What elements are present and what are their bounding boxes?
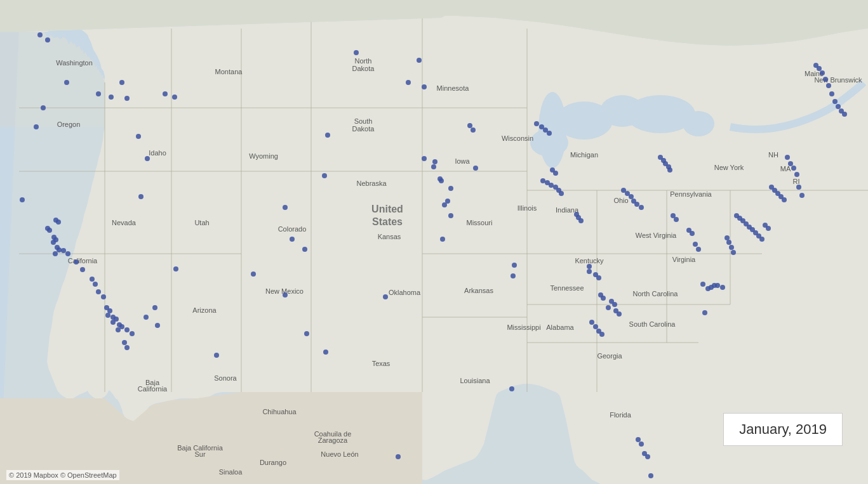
data-dot <box>440 237 445 242</box>
data-dot <box>553 171 558 176</box>
data-dot <box>101 294 106 299</box>
data-dot <box>20 197 25 202</box>
data-dot <box>34 124 39 129</box>
data-dot <box>549 183 554 188</box>
data-dot <box>302 247 307 252</box>
data-dot <box>172 95 177 100</box>
data-dot <box>785 155 790 160</box>
data-dot <box>559 191 564 196</box>
data-dot <box>832 99 838 104</box>
data-dot <box>417 58 422 63</box>
data-dot <box>547 131 552 136</box>
data-dot <box>325 133 330 138</box>
data-dot <box>534 121 539 126</box>
data-dot <box>422 84 427 89</box>
data-dot <box>422 156 427 161</box>
data-dot <box>124 96 130 101</box>
data-dot <box>74 259 79 265</box>
data-dot <box>599 332 604 337</box>
data-dot <box>56 219 61 225</box>
data-dot <box>251 271 256 277</box>
data-dot <box>65 251 70 256</box>
data-dot <box>354 50 359 55</box>
data-dot <box>724 235 730 240</box>
data-dot <box>290 237 295 242</box>
data-dot <box>109 95 114 100</box>
data-dot <box>759 237 765 242</box>
data-dot <box>124 345 130 350</box>
data-dot <box>396 454 401 459</box>
data-dot <box>823 77 828 82</box>
data-dot <box>589 320 594 325</box>
attribution: © 2019 Mapbox © OpenStreetMap <box>6 470 119 480</box>
data-dot <box>674 217 679 222</box>
data-dot <box>702 310 707 315</box>
svg-point-25 <box>683 111 714 136</box>
data-dot <box>720 285 725 290</box>
data-dot <box>648 473 653 478</box>
data-dot <box>601 296 606 301</box>
data-dot <box>323 350 328 355</box>
data-dot <box>214 353 219 358</box>
data-dot <box>690 231 695 236</box>
data-dot <box>53 251 58 256</box>
data-dot <box>105 313 110 318</box>
data-dot <box>511 273 516 278</box>
data-dot <box>817 66 822 71</box>
data-dot <box>80 267 85 272</box>
data-dot <box>596 275 601 280</box>
data-dot <box>45 37 50 43</box>
data-dot <box>696 247 701 252</box>
data-dot <box>612 302 617 307</box>
map-container: Washington Oregon California Nevada Idah… <box>0 0 868 484</box>
data-dot <box>442 202 447 207</box>
data-dot <box>93 282 98 287</box>
data-dot <box>587 269 592 274</box>
data-dot <box>136 134 141 139</box>
data-dot <box>124 327 130 332</box>
data-dot <box>639 205 644 210</box>
data-dot <box>540 178 545 183</box>
date-label: January, 2019 <box>723 413 843 446</box>
data-dot <box>119 80 124 85</box>
svg-point-27 <box>538 92 566 168</box>
data-dot <box>47 228 52 233</box>
data-dot <box>51 240 56 245</box>
data-dot <box>766 226 771 231</box>
data-dot <box>467 123 472 128</box>
data-dot <box>116 327 121 332</box>
data-dot <box>636 437 641 442</box>
data-dot <box>634 202 639 207</box>
data-dot <box>715 283 720 288</box>
data-dot <box>726 240 731 245</box>
data-dot <box>283 292 288 298</box>
data-dot <box>788 161 793 166</box>
data-dot <box>383 294 388 299</box>
data-dot <box>820 70 825 75</box>
data-dot <box>110 320 116 325</box>
data-dot <box>432 159 437 164</box>
data-dot <box>587 264 592 269</box>
data-dot <box>842 112 847 117</box>
data-dot <box>448 213 453 218</box>
data-dot <box>471 128 476 133</box>
data-dot <box>155 323 160 328</box>
data-dot <box>693 242 698 247</box>
data-dot <box>304 331 309 336</box>
data-dot <box>283 205 288 210</box>
data-dot <box>144 315 149 320</box>
data-dot <box>96 289 101 294</box>
data-dot <box>431 164 436 169</box>
data-dot <box>782 197 787 202</box>
data-dot <box>130 331 135 336</box>
data-dot <box>96 91 101 96</box>
data-dot <box>64 80 69 85</box>
data-dot <box>41 105 46 110</box>
data-dot <box>439 178 444 183</box>
data-dot <box>836 104 841 109</box>
data-dot <box>731 250 736 255</box>
data-dot <box>122 340 127 345</box>
data-dot <box>796 185 801 190</box>
data-dot <box>826 83 831 88</box>
data-dot <box>593 324 598 329</box>
